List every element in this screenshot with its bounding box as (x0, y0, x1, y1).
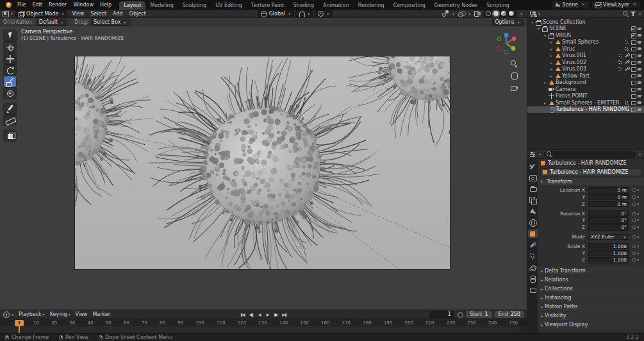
start-frame-field[interactable]: Start 1 (466, 311, 492, 318)
orientation-dropdown[interactable]: Global (258, 10, 295, 17)
value-field[interactable]: 1.000 (588, 250, 629, 256)
viewport-menu-item[interactable]: Add (110, 11, 126, 17)
animate-button[interactable] (637, 253, 639, 254)
animate-button[interactable] (637, 189, 639, 191)
expander-icon[interactable]: ▸ (549, 67, 554, 71)
expander-icon[interactable]: ▾ (530, 20, 534, 24)
workspace-tab[interactable]: Sculpting (178, 1, 211, 10)
scr-icon[interactable] (631, 100, 636, 105)
show-gizmo-toggle-icon[interactable] (442, 10, 449, 17)
timeline-ruler[interactable]: 1020304050607080901001101201301401501601… (0, 319, 527, 326)
properties-panel-collapsed[interactable]: Delta Transform (538, 267, 644, 275)
outliner-row[interactable]: ▸ Yellow Part (527, 72, 644, 79)
scr-icon[interactable] (631, 80, 636, 85)
tab-tool[interactable] (528, 162, 538, 170)
outliner-row[interactable]: Camera (527, 86, 644, 93)
part-icon[interactable] (618, 67, 623, 72)
outliner-row[interactable]: ▸ Virus.001 (527, 53, 644, 60)
expander-icon[interactable]: ▾ (543, 33, 547, 38)
outliner-row[interactable]: ▸ Small Spheres - EMITTER (527, 99, 644, 106)
value-field[interactable]: 1.000 (588, 243, 629, 249)
tab-object[interactable] (528, 229, 538, 238)
workspace-tab[interactable]: Compositing (389, 1, 430, 10)
proportional-edit-dropdown[interactable] (315, 10, 333, 17)
pan-hand-icon[interactable] (510, 72, 518, 79)
jump-to-end-button[interactable]: ▶▮ (281, 311, 288, 318)
properties-search-input[interactable] (544, 151, 636, 158)
drag-dropdown[interactable]: Select Box (91, 19, 129, 26)
decorator-button[interactable] (632, 188, 636, 192)
expander-icon[interactable]: ▸ (549, 74, 554, 78)
shading-solid-icon[interactable] (493, 11, 499, 16)
value-field[interactable]: 0 m (588, 187, 629, 194)
decorator-button[interactable] (632, 226, 636, 229)
tool-move[interactable] (4, 53, 16, 64)
tab-constraints[interactable] (528, 274, 538, 283)
properties-panel-collapsed[interactable]: Motion Paths (538, 303, 644, 311)
options-dropdown[interactable]: Options (492, 19, 524, 26)
scene-selector[interactable]: Scene × (552, 1, 589, 8)
timeline-menu-item[interactable]: Marker (90, 312, 113, 317)
scr-icon[interactable] (631, 67, 636, 72)
navigation-gizmo[interactable] (493, 31, 519, 56)
decorator-button[interactable] (632, 212, 636, 215)
orientation-default-dropdown[interactable]: Default (37, 19, 67, 26)
workspace-tab[interactable]: Layout (119, 1, 145, 10)
workspace-tab[interactable]: Modeling (145, 1, 178, 10)
scr-icon[interactable] (631, 53, 636, 58)
outliner-editor-icon[interactable] (529, 10, 536, 17)
cam-icon[interactable] (637, 94, 642, 99)
decorator-button[interactable] (632, 252, 636, 255)
play-button[interactable]: ▶ (264, 311, 271, 318)
properties-panel-collapsed[interactable]: Instancing (538, 294, 644, 302)
value-field[interactable]: 0 m (588, 194, 629, 201)
tab-view-layer[interactable] (528, 196, 538, 204)
part-icon[interactable] (618, 53, 623, 58)
decorator-button[interactable] (632, 245, 636, 248)
snap-dropdown[interactable] (295, 10, 313, 17)
scr-icon[interactable] (631, 40, 636, 45)
scr-icon[interactable] (631, 87, 636, 92)
tool-rotate[interactable] (4, 65, 16, 76)
tab-render[interactable] (528, 174, 538, 182)
cam-icon[interactable] (637, 107, 642, 112)
cam-icon[interactable] (637, 40, 642, 45)
cam-icon[interactable] (637, 33, 642, 38)
cam-icon[interactable] (637, 100, 642, 105)
tab-physics[interactable] (528, 263, 538, 272)
decorator-button[interactable] (632, 203, 636, 206)
properties-panel-collapsed[interactable]: Viewport Display (538, 320, 644, 329)
expander-icon[interactable]: ▸ (549, 60, 554, 65)
value-field[interactable]: 0° (588, 217, 629, 224)
expander-icon[interactable]: ▸ (549, 53, 554, 58)
workspace-tab[interactable]: Texture Paint (247, 1, 289, 10)
animate-button[interactable] (637, 245, 639, 247)
mod-icon[interactable] (624, 53, 629, 58)
blender-logo-icon[interactable] (4, 1, 12, 8)
workspace-tab[interactable]: Geometry Nodes (430, 1, 482, 10)
cam-icon[interactable] (637, 80, 642, 85)
tab-scene[interactable] (528, 207, 538, 215)
mode-dropdown[interactable]: Object Mode (15, 10, 67, 17)
part-icon[interactable] (618, 60, 623, 65)
xray-toggle-icon[interactable] (474, 10, 481, 17)
chk-icon[interactable] (631, 26, 636, 31)
search-icon[interactable] (622, 10, 629, 17)
tool-measure[interactable] (4, 115, 16, 126)
tool-select-box[interactable] (4, 30, 16, 41)
properties-panel-collapsed[interactable]: Collections (538, 285, 644, 293)
outliner-row[interactable]: ▾ Scene Collection (527, 19, 644, 26)
cam-icon[interactable] (637, 73, 642, 78)
cam-icon[interactable] (637, 53, 642, 58)
end-frame-field[interactable]: End 250 (495, 311, 524, 318)
cam-icon[interactable] (637, 60, 642, 65)
expander-icon[interactable]: ▸ (543, 80, 547, 85)
tool-scale[interactable] (4, 76, 16, 87)
shading-rendered-icon[interactable] (509, 11, 514, 16)
scr-icon[interactable] (631, 46, 636, 51)
prev-keyframe-button[interactable]: ◀▮ (247, 311, 254, 318)
outliner-row[interactable]: ▸ Background (527, 79, 644, 87)
workspace-tab[interactable]: UV Editing (211, 1, 247, 10)
tab-modifiers[interactable] (528, 241, 538, 249)
outliner-row[interactable]: ▸ Small Spheres (527, 39, 644, 46)
